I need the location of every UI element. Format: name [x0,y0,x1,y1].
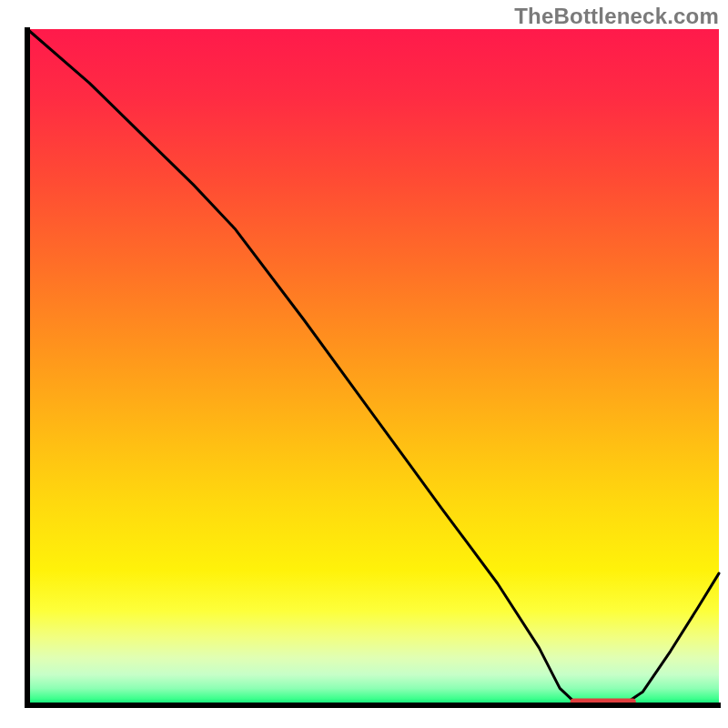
chart-canvas [0,0,728,728]
plot-background [27,29,719,705]
